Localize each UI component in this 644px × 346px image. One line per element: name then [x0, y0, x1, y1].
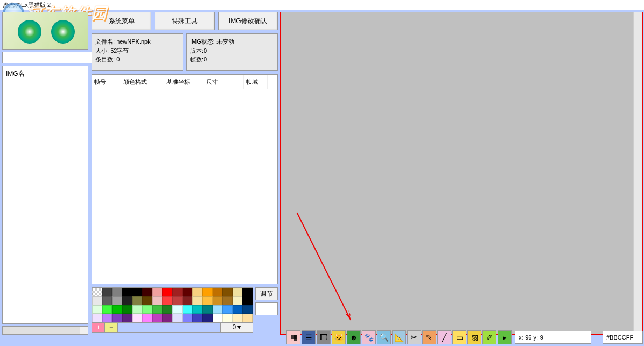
palette-swatch[interactable] — [213, 288, 223, 296]
img-list[interactable]: IMG名 — [2, 66, 88, 324]
palette-swatch[interactable] — [152, 288, 163, 296]
layers-icon[interactable]: ☰ — [302, 330, 316, 344]
palette-swatch[interactable] — [202, 314, 213, 322]
zoom-icon[interactable]: 🔍 — [377, 330, 391, 344]
palette-swatch[interactable] — [202, 305, 213, 314]
palette-swatch[interactable] — [162, 288, 172, 296]
palette-swatch[interactable] — [162, 305, 172, 314]
palette-swatch[interactable] — [92, 288, 102, 296]
palette-swatch[interactable] — [162, 296, 172, 305]
film-icon[interactable]: 🎞 — [317, 330, 331, 344]
paw-icon[interactable]: 🐾 — [362, 330, 376, 344]
palette-swatch[interactable] — [242, 296, 253, 305]
palette-swatch[interactable] — [122, 288, 132, 296]
grid-icon[interactable]: ▦ — [286, 330, 300, 344]
palette-swatch[interactable] — [222, 314, 233, 322]
img-status-box: IMG状态: 未变动 版本:0 帧数:0 — [186, 33, 278, 71]
palette-swatch[interactable] — [233, 314, 243, 322]
color-code-display: #BBCCFF — [603, 331, 643, 344]
eyedropper-icon[interactable]: ✐ — [482, 330, 496, 344]
frame-table[interactable]: 帧号 颜色格式 基准坐标 尺寸 帧域 — [92, 74, 278, 284]
crop-icon[interactable]: ✂ — [407, 330, 421, 344]
palette-swatch[interactable] — [132, 305, 143, 314]
palette-swatch[interactable] — [142, 314, 152, 322]
adjust-button[interactable]: 调节 — [255, 287, 278, 300]
palette-swatch[interactable] — [152, 296, 163, 305]
palette-swatch[interactable] — [183, 296, 193, 305]
palette-counter[interactable]: 0 ▾ — [220, 323, 253, 332]
search-input[interactable] — [2, 52, 99, 63]
palette-swatch[interactable] — [242, 305, 253, 314]
palette-swatch[interactable] — [122, 296, 132, 305]
face-icon[interactable]: ☻ — [347, 330, 361, 344]
cat-icon[interactable]: 🐱 — [332, 330, 346, 344]
img-list-header: IMG名 — [6, 69, 85, 79]
palette-swatch[interactable] — [162, 314, 172, 322]
palette-swatch[interactable] — [202, 296, 213, 305]
palette-swatch[interactable] — [202, 288, 213, 296]
img-confirm-button[interactable]: IMG修改确认 — [218, 12, 278, 30]
palette-add-button[interactable]: + — [92, 323, 105, 332]
pencil-icon[interactable]: ✎ — [422, 330, 436, 344]
palette-remove-button[interactable]: − — [105, 323, 118, 332]
current-color-swatch[interactable] — [255, 302, 278, 315]
special-tools-button[interactable]: 特殊工具 — [155, 12, 214, 30]
palette-swatch[interactable] — [112, 305, 122, 314]
palette-swatch[interactable] — [132, 296, 143, 305]
palette-swatch[interactable] — [222, 296, 233, 305]
palette-swatch[interactable] — [112, 296, 122, 305]
middle-panel: 系统菜单 特殊工具 IMG修改确认 文件名: newNPK.npk 大小: 52… — [90, 10, 279, 337]
palette-swatch[interactable] — [132, 314, 143, 322]
palette-swatch[interactable] — [112, 314, 122, 322]
color-palette[interactable]: + − 0 ▾ — [92, 287, 253, 335]
palette-swatch[interactable] — [92, 296, 102, 305]
palette-swatch[interactable] — [152, 314, 163, 322]
palette-swatch[interactable] — [132, 288, 143, 296]
palette-swatch[interactable] — [152, 305, 163, 314]
palette-swatch[interactable] — [172, 314, 183, 322]
palette-swatch[interactable] — [172, 305, 183, 314]
palette-swatch[interactable] — [102, 305, 113, 314]
palette-swatch[interactable] — [233, 296, 243, 305]
palette-swatch[interactable] — [183, 314, 193, 322]
file-info-box: 文件名: newNPK.npk 大小: 52字节 条目数: 0 — [92, 33, 183, 71]
palette-swatch[interactable] — [222, 288, 233, 296]
palette-swatch[interactable] — [112, 288, 122, 296]
palette-swatch[interactable] — [242, 288, 253, 296]
palette-swatch[interactable] — [213, 296, 223, 305]
palette-swatch[interactable] — [192, 288, 202, 296]
palette-swatch[interactable] — [213, 305, 223, 314]
palette-swatch[interactable] — [92, 314, 102, 322]
palette-swatch[interactable] — [92, 305, 102, 314]
palette-swatch[interactable] — [183, 288, 193, 296]
palette-swatch[interactable] — [222, 305, 233, 314]
palette-swatch[interactable] — [233, 305, 243, 314]
palette-swatch[interactable] — [172, 288, 183, 296]
horizontal-scrollbar[interactable] — [2, 326, 88, 335]
canvas-area[interactable] — [280, 12, 643, 335]
palette-swatch[interactable] — [183, 305, 193, 314]
line-icon[interactable]: ╱ — [437, 330, 451, 344]
palette-swatch[interactable] — [142, 288, 152, 296]
tag-icon[interactable]: ▸ — [498, 330, 512, 344]
palette-swatch[interactable] — [142, 305, 152, 314]
palette-swatch[interactable] — [172, 296, 183, 305]
palette-swatch[interactable] — [192, 305, 202, 314]
fill-icon[interactable]: ▨ — [467, 330, 481, 344]
eraser-icon[interactable]: ▭ — [452, 330, 466, 344]
palette-swatch[interactable] — [142, 296, 152, 305]
palette-swatch[interactable] — [192, 296, 202, 305]
palette-swatch[interactable] — [102, 288, 113, 296]
palette-swatch[interactable] — [122, 314, 132, 322]
system-menu-button[interactable]: 系统菜单 — [92, 12, 151, 30]
palette-swatch[interactable] — [102, 314, 113, 322]
svg-line-0 — [297, 213, 351, 320]
palette-swatch[interactable] — [122, 305, 132, 314]
palette-swatch[interactable] — [102, 296, 113, 305]
ruler-icon[interactable]: 📐 — [392, 330, 406, 344]
palette-swatch[interactable] — [213, 314, 223, 322]
palette-swatch[interactable] — [242, 314, 253, 322]
palette-swatch[interactable] — [233, 288, 243, 296]
palette-swatch[interactable] — [192, 314, 202, 322]
avatar-image — [2, 12, 88, 50]
